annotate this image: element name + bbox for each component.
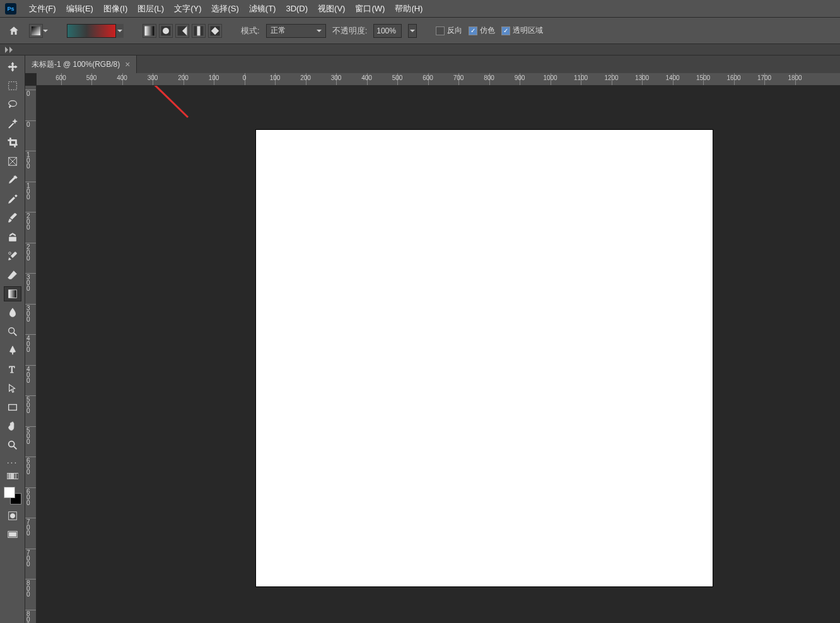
close-icon[interactable]: × — [125, 59, 130, 69]
zoom-tool[interactable] — [4, 438, 21, 453]
document-tab[interactable]: 未标题-1 @ 100%(RGB/8) × — [25, 55, 137, 73]
gradient-radial-button[interactable] — [159, 24, 173, 38]
ruler-tick-label: 600 — [55, 74, 66, 81]
ruler-tick-label: 800 — [484, 74, 494, 81]
gradient-type-group — [143, 24, 222, 38]
type-tool[interactable]: T — [4, 362, 21, 377]
svg-point-2 — [163, 28, 169, 34]
vertical-ruler[interactable]: 001 0 01 0 02 0 02 0 03 0 03 0 04 0 04 0… — [25, 86, 37, 623]
home-button[interactable] — [5, 22, 23, 40]
collapse-strip[interactable] — [0, 44, 840, 55]
menu-select[interactable]: 选择(S) — [206, 1, 243, 17]
screen-mode-tool[interactable] — [4, 527, 21, 542]
menu-view[interactable]: 视图(V) — [313, 1, 350, 17]
checkbox-icon — [469, 26, 477, 35]
dither-checkbox[interactable]: 仿色 — [469, 25, 495, 36]
mode-label: 模式: — [241, 25, 260, 37]
svg-rect-19 — [16, 474, 18, 479]
ruler-tick-label: 300 — [148, 74, 158, 81]
gradient-picker-dropdown[interactable] — [116, 24, 124, 38]
svg-rect-15 — [7, 474, 9, 479]
ruler-tick-label: 0 — [243, 74, 247, 81]
canvas-viewport[interactable] — [37, 86, 840, 623]
eraser-tool[interactable] — [4, 267, 21, 282]
transparency-checkbox[interactable]: 透明区域 — [501, 25, 543, 36]
svg-rect-7 — [8, 82, 16, 90]
ruler-tick-label: 6 0 0 — [26, 489, 34, 506]
healing-brush-tool[interactable] — [4, 192, 21, 207]
blur-tool[interactable] — [4, 305, 21, 320]
menu-edit[interactable]: 编辑(E) — [61, 1, 98, 17]
foreground-color-swatch[interactable] — [4, 487, 15, 498]
gradient-angle-button[interactable] — [175, 24, 189, 38]
blend-mode-select[interactable]: 正常 — [266, 24, 326, 38]
marquee-tool[interactable] — [4, 78, 21, 93]
ruler-tick-label: 100 — [209, 74, 219, 81]
path-selection-tool[interactable] — [4, 381, 21, 396]
hand-tool[interactable] — [4, 419, 21, 434]
eyedropper-tool[interactable] — [4, 173, 21, 188]
ruler-tick-label: 600 — [423, 74, 433, 81]
canvas[interactable] — [256, 130, 713, 586]
gradient-tool-icon — [32, 26, 40, 35]
gradient-reflected-button[interactable] — [192, 24, 206, 38]
svg-rect-23 — [9, 532, 16, 536]
magic-wand-tool[interactable] — [4, 116, 21, 131]
ruler-tick-label: 6 0 0 — [26, 458, 34, 475]
reverse-checkbox[interactable]: 反向 — [436, 25, 462, 36]
menu-3d[interactable]: 3D(D) — [281, 1, 313, 16]
menu-file[interactable]: 文件(F) — [24, 1, 61, 17]
edit-toolbar-button[interactable]: ··· — [4, 457, 21, 468]
menu-bar: Ps 文件(F) 编辑(E) 图像(I) 图层(L) 文字(Y) 选择(S) 滤… — [0, 0, 840, 18]
tool-preset-button[interactable] — [29, 24, 43, 38]
color-theme-tool[interactable] — [4, 472, 21, 480]
quick-mask-tool[interactable] — [4, 508, 21, 523]
history-brush-tool[interactable] — [4, 248, 21, 264]
options-bar: 模式: 正常 不透明度: 100% 反向 仿色 透明区域 — [0, 18, 840, 44]
horizontal-ruler[interactable]: 0600500400300200100010020030040050060070… — [37, 73, 840, 86]
ruler-tick-label: 1400 — [665, 74, 679, 81]
ruler-tick-label: 200 — [300, 74, 311, 81]
menu-help[interactable]: 帮助(H) — [390, 1, 428, 17]
clone-stamp-tool[interactable] — [4, 230, 21, 245]
opacity-value: 100% — [376, 26, 396, 35]
ruler-tick-label: 0 — [26, 91, 34, 96]
ruler-tick-label: 8 0 0 — [26, 611, 34, 624]
gradient-linear-button[interactable] — [143, 24, 156, 38]
menu-type[interactable]: 文字(Y) — [169, 1, 206, 17]
menu-image[interactable]: 图像(I) — [98, 1, 132, 17]
gradient-diamond-button[interactable] — [208, 24, 222, 38]
main-area: T ··· 未标题-1 @ 100%(RGB/8) × 060050040030… — [0, 55, 840, 623]
dodge-tool[interactable] — [4, 324, 21, 339]
opacity-dropdown[interactable] — [408, 24, 417, 38]
ruler-tick-label: 0 — [26, 122, 34, 127]
checkbox-icon — [436, 26, 445, 35]
menu-layer[interactable]: 图层(L) — [132, 1, 169, 17]
foreground-background-swatch[interactable] — [4, 487, 21, 504]
ruler-tick-label: 1800 — [788, 74, 802, 81]
lasso-tool[interactable] — [4, 97, 21, 112]
rectangle-tool[interactable] — [4, 400, 21, 415]
crop-tool[interactable] — [4, 135, 21, 150]
opacity-input[interactable]: 100% — [373, 24, 402, 38]
document-tab-title: 未标题-1 @ 100%(RGB/8) — [32, 59, 120, 70]
ruler-tick-label: 700 — [453, 74, 464, 81]
ruler-tick-label: 900 — [515, 74, 525, 81]
svg-rect-0 — [145, 26, 155, 35]
ruler-tick-label: 5 0 0 — [26, 428, 34, 445]
svg-line-24 — [115, 86, 188, 117]
svg-text:T: T — [9, 364, 15, 375]
ruler-tick-label: 1 0 0 — [26, 183, 34, 200]
ruler-tick-label: 1 0 0 — [26, 152, 34, 169]
svg-point-11 — [8, 328, 14, 334]
frame-tool[interactable] — [4, 154, 21, 169]
move-tool[interactable] — [4, 59, 21, 74]
pen-tool[interactable] — [4, 343, 21, 358]
tool-preset-dropdown[interactable] — [43, 28, 48, 33]
gradient-tool[interactable] — [4, 286, 21, 301]
gradient-preview[interactable] — [67, 24, 116, 38]
menu-window[interactable]: 窗口(W) — [350, 1, 390, 17]
brush-tool[interactable] — [4, 211, 21, 226]
menu-filter[interactable]: 滤镜(T) — [244, 1, 281, 17]
ruler-tick-label: 400 — [117, 74, 127, 81]
